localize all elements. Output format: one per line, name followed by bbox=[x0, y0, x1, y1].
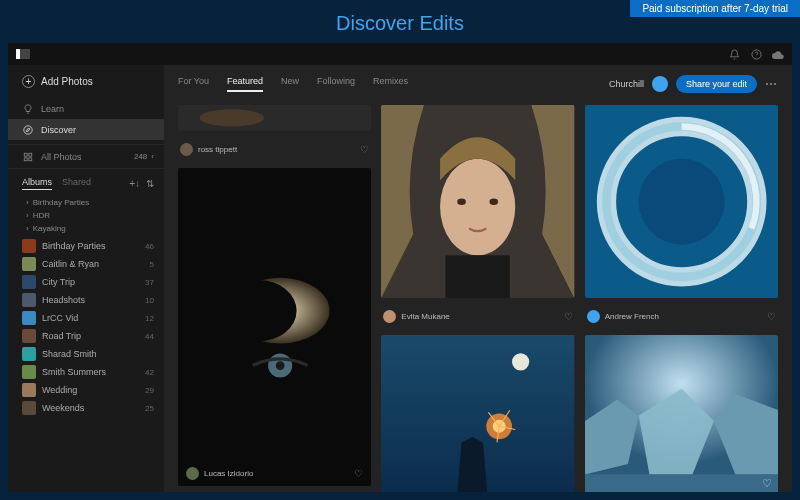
album-name: Sharad Smith bbox=[42, 349, 97, 359]
album-name: Wedding bbox=[42, 385, 77, 395]
tab-shared[interactable]: Shared bbox=[62, 177, 91, 190]
svg-point-20 bbox=[512, 354, 529, 371]
plus-icon: + bbox=[22, 75, 35, 88]
album-item[interactable]: Weekends25 bbox=[8, 399, 164, 417]
filter-tab-remixes[interactable]: Remixes bbox=[373, 76, 408, 92]
svg-rect-5 bbox=[24, 157, 27, 160]
svg-rect-3 bbox=[24, 153, 27, 156]
photo-card[interactable]: ♡ bbox=[585, 335, 778, 492]
album-name: Smith Summers bbox=[42, 367, 106, 377]
album-name: Birthday Parties bbox=[42, 241, 106, 251]
photo-sparkler bbox=[381, 335, 574, 492]
filter-icon[interactable]: ⇅ bbox=[146, 178, 154, 189]
sidebar-item-discover[interactable]: Discover bbox=[8, 119, 164, 140]
titlebar bbox=[8, 43, 792, 65]
lightbulb-icon bbox=[22, 103, 33, 114]
sidebar-all-photos[interactable]: All Photos 248 ‹ bbox=[8, 144, 164, 169]
album-item[interactable]: Road Trip44 bbox=[8, 327, 164, 345]
grid-icon bbox=[22, 151, 33, 162]
album-item[interactable]: Wedding29 bbox=[8, 381, 164, 399]
author-name: Lucas Izidorio bbox=[204, 469, 253, 478]
album-thumb bbox=[22, 275, 36, 289]
app-window: + Add Photos Learn Discover bbox=[8, 43, 792, 492]
filter-tab-new[interactable]: New bbox=[281, 76, 299, 92]
svg-point-11 bbox=[220, 280, 297, 341]
photo-wave bbox=[585, 105, 778, 298]
bell-icon[interactable] bbox=[728, 48, 740, 60]
album-item[interactable]: Birthday Parties46 bbox=[8, 237, 164, 255]
album-count: 37 bbox=[145, 278, 154, 287]
add-photos-label: Add Photos bbox=[41, 76, 93, 87]
sidebar-item-learn[interactable]: Learn bbox=[8, 98, 164, 119]
chevron-right-icon: › bbox=[26, 224, 29, 233]
filter-tab-featured[interactable]: Featured bbox=[227, 76, 263, 92]
filter-tab-following[interactable]: Following bbox=[317, 76, 355, 92]
album-count: 42 bbox=[145, 368, 154, 377]
author-avatar[interactable] bbox=[587, 310, 600, 323]
svg-rect-6 bbox=[28, 157, 31, 160]
album-item[interactable]: Caitlin & Ryan5 bbox=[8, 255, 164, 273]
album-name: LrCC Vid bbox=[42, 313, 78, 323]
heart-icon[interactable]: ♡ bbox=[762, 477, 772, 490]
album-name: City Trip bbox=[42, 277, 75, 287]
add-album-icon[interactable]: +↓ bbox=[129, 178, 140, 189]
more-icon[interactable]: ⋯ bbox=[765, 77, 778, 91]
album-thumb bbox=[22, 347, 36, 361]
photo-thumb bbox=[178, 105, 371, 131]
svg-point-30 bbox=[638, 159, 724, 245]
chevron-right-icon: › bbox=[26, 211, 29, 220]
author-avatar[interactable] bbox=[383, 310, 396, 323]
photo-card[interactable] bbox=[381, 335, 574, 492]
sidebar-item-label: Discover bbox=[41, 125, 76, 135]
filter-tab-for-you[interactable]: For You bbox=[178, 76, 209, 92]
heart-icon[interactable]: ♡ bbox=[564, 311, 573, 322]
cloud-icon[interactable] bbox=[772, 48, 784, 60]
author-avatar[interactable] bbox=[186, 467, 199, 480]
album-count: 10 bbox=[145, 296, 154, 305]
album-item[interactable]: City Trip37 bbox=[8, 273, 164, 291]
album-thumb bbox=[22, 293, 36, 307]
author-name: ross tippett bbox=[198, 145, 237, 154]
album-count: 5 bbox=[150, 260, 154, 269]
photo-card[interactable] bbox=[585, 105, 778, 298]
username: Churchill bbox=[609, 79, 644, 89]
svg-point-1 bbox=[23, 125, 31, 133]
album-name: Caitlin & Ryan bbox=[42, 259, 99, 269]
svg-point-15 bbox=[440, 159, 515, 256]
heart-icon[interactable]: ♡ bbox=[360, 144, 369, 155]
heart-icon[interactable]: ♡ bbox=[354, 468, 363, 479]
album-thumb bbox=[22, 311, 36, 325]
albums-list: Birthday Parties46Caitlin & Ryan5City Tr… bbox=[8, 237, 164, 492]
folder-item[interactable]: ›HDR bbox=[8, 209, 164, 222]
album-thumb bbox=[22, 365, 36, 379]
photo-card[interactable] bbox=[178, 105, 371, 131]
svg-marker-2 bbox=[26, 128, 29, 131]
album-item[interactable]: Sharad Smith bbox=[8, 345, 164, 363]
help-icon[interactable] bbox=[750, 48, 762, 60]
sidebar-item-label: Learn bbox=[41, 104, 64, 114]
svg-point-16 bbox=[458, 198, 467, 204]
filter-tabs: For YouFeaturedNewFollowingRemixes bbox=[178, 76, 408, 92]
heart-icon[interactable]: ♡ bbox=[767, 311, 776, 322]
chevron-left-icon: ‹ bbox=[151, 152, 154, 161]
svg-point-8 bbox=[200, 109, 264, 126]
album-count: 12 bbox=[145, 314, 154, 323]
svg-point-13 bbox=[276, 361, 285, 370]
folder-item[interactable]: ›Birthday Parties bbox=[8, 196, 164, 209]
user-avatar[interactable] bbox=[652, 76, 668, 92]
tab-albums[interactable]: Albums bbox=[22, 177, 52, 190]
photo-card[interactable]: Lucas Izidorio ♡ bbox=[178, 168, 371, 486]
svg-rect-18 bbox=[446, 255, 510, 298]
share-edit-button[interactable]: Share your edit bbox=[676, 75, 757, 93]
album-name: Headshots bbox=[42, 295, 85, 305]
album-thumb bbox=[22, 257, 36, 271]
album-item[interactable]: Headshots10 bbox=[8, 291, 164, 309]
content-area: For YouFeaturedNewFollowingRemixes Churc… bbox=[164, 65, 792, 492]
album-item[interactable]: LrCC Vid12 bbox=[8, 309, 164, 327]
album-count: 25 bbox=[145, 404, 154, 413]
author-avatar[interactable] bbox=[180, 143, 193, 156]
album-item[interactable]: Smith Summers42 bbox=[8, 363, 164, 381]
folder-item[interactable]: ›Kayaking bbox=[8, 222, 164, 235]
photo-card[interactable] bbox=[381, 105, 574, 298]
add-photos-button[interactable]: + Add Photos bbox=[8, 65, 164, 98]
